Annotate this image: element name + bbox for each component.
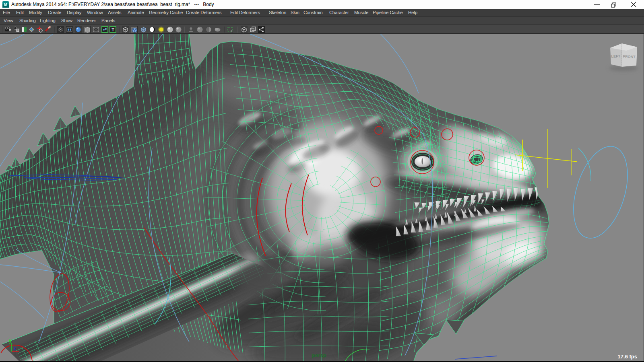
svg-text:FRONT: FRONT bbox=[623, 54, 636, 59]
svg-text:T: T bbox=[111, 27, 114, 32]
svg-text:LEFT: LEFT bbox=[611, 54, 620, 58]
svg-text:z: z bbox=[14, 346, 16, 352]
svg-text:y: y bbox=[9, 338, 12, 343]
svg-text:persp: persp bbox=[312, 352, 326, 358]
svg-text:M: M bbox=[4, 2, 7, 7]
svg-text:17.6 fps: 17.6 fps bbox=[618, 354, 637, 360]
